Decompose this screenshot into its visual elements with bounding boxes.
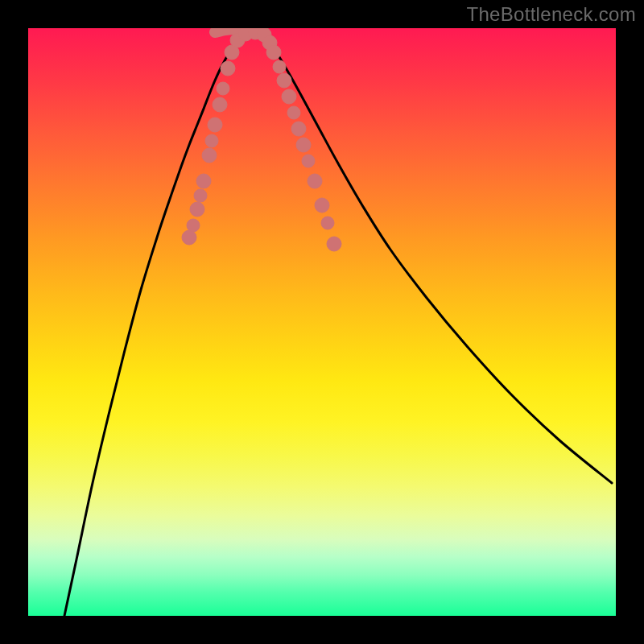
- data-marker: [287, 106, 300, 119]
- plot-area: [28, 28, 616, 616]
- markers-group: [182, 28, 341, 251]
- data-marker: [282, 89, 296, 104]
- data-marker: [321, 217, 334, 229]
- data-marker: [302, 155, 315, 167]
- data-marker: [327, 237, 341, 251]
- data-marker: [273, 60, 286, 73]
- data-marker: [277, 73, 291, 88]
- curve-svg: [28, 28, 616, 616]
- data-marker: [194, 189, 207, 202]
- data-marker: [190, 202, 204, 217]
- data-marker: [208, 118, 222, 132]
- chart-frame: TheBottleneck.com: [0, 0, 644, 644]
- watermark-text: TheBottleneck.com: [466, 3, 636, 26]
- data-marker: [196, 174, 211, 188]
- right-curve: [262, 32, 612, 483]
- data-marker: [221, 61, 235, 76]
- data-marker: [182, 230, 196, 245]
- data-marker: [296, 138, 311, 152]
- data-marker: [291, 122, 306, 136]
- data-marker: [308, 174, 322, 188]
- data-marker: [213, 97, 227, 112]
- data-marker: [217, 82, 229, 95]
- data-marker: [266, 45, 281, 60]
- data-marker: [315, 198, 329, 213]
- data-marker: [202, 148, 217, 163]
- data-marker: [187, 219, 200, 232]
- data-marker: [205, 134, 218, 147]
